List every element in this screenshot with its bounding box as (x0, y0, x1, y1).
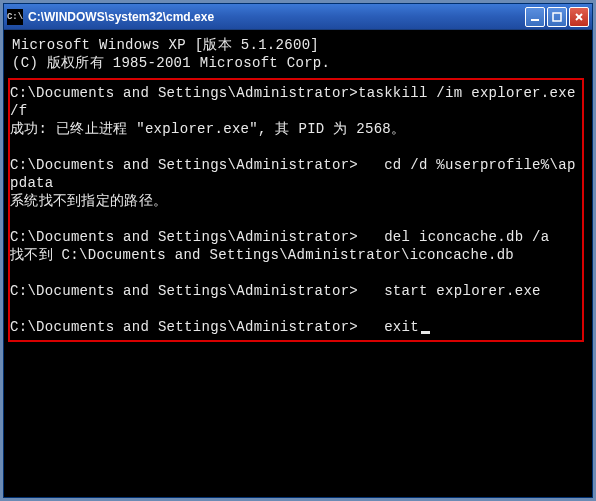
svg-rect-0 (531, 19, 539, 21)
cursor (421, 331, 430, 334)
cmd-line: C:\Documents and Settings\Administrator>… (10, 228, 578, 246)
output-line: 找不到 C:\Documents and Settings\Administra… (10, 246, 578, 264)
prompt: C:\Documents and Settings\Administrator> (10, 85, 358, 101)
cmd-line: C:\Documents and Settings\Administrator>… (10, 318, 578, 336)
cmd-line: C:\Documents and Settings\Administrator>… (10, 282, 578, 300)
maximize-icon (552, 12, 562, 22)
annotation-box: C:\Documents and Settings\Administrator>… (8, 78, 584, 342)
prompt: C:\Documents and Settings\Administrator> (10, 319, 358, 335)
titlebar[interactable]: C:\ C:\WINDOWS\system32\cmd.exe (4, 4, 592, 30)
header-line-1: Microsoft Windows XP [版本 5.1.2600] (12, 36, 584, 54)
blank-line (10, 264, 578, 282)
cmd-icon-label: C:\ (7, 12, 23, 22)
cmd-line: C:\Documents and Settings\Administrator>… (10, 156, 578, 192)
command-text: exit (358, 319, 419, 335)
cmd-line: C:\Documents and Settings\Administrator>… (10, 84, 578, 120)
output-line: 成功: 已终止进程 "explorer.exe", 其 PID 为 2568。 (10, 120, 578, 138)
close-icon (574, 12, 584, 22)
window-title: C:\WINDOWS\system32\cmd.exe (28, 10, 525, 24)
console-area[interactable]: Microsoft Windows XP [版本 5.1.2600] (C) 版… (4, 30, 592, 497)
minimize-icon (530, 12, 540, 22)
command-text: start explorer.exe (358, 283, 541, 299)
blank-line (10, 210, 578, 228)
command-text: del iconcache.db /a (358, 229, 549, 245)
close-button[interactable] (569, 7, 589, 27)
prompt: C:\Documents and Settings\Administrator> (10, 283, 358, 299)
svg-rect-1 (553, 13, 561, 21)
cmd-window: C:\ C:\WINDOWS\system32\cmd.exe (3, 3, 593, 498)
blank-line (10, 138, 578, 156)
maximize-button[interactable] (547, 7, 567, 27)
header-line-2: (C) 版权所有 1985-2001 Microsoft Corp. (12, 54, 584, 72)
window-controls (525, 7, 589, 27)
cmd-icon: C:\ (7, 9, 23, 25)
output-line: 系统找不到指定的路径。 (10, 192, 578, 210)
prompt: C:\Documents and Settings\Administrator> (10, 229, 358, 245)
minimize-button[interactable] (525, 7, 545, 27)
blank-line (10, 300, 578, 318)
prompt: C:\Documents and Settings\Administrator> (10, 157, 358, 173)
